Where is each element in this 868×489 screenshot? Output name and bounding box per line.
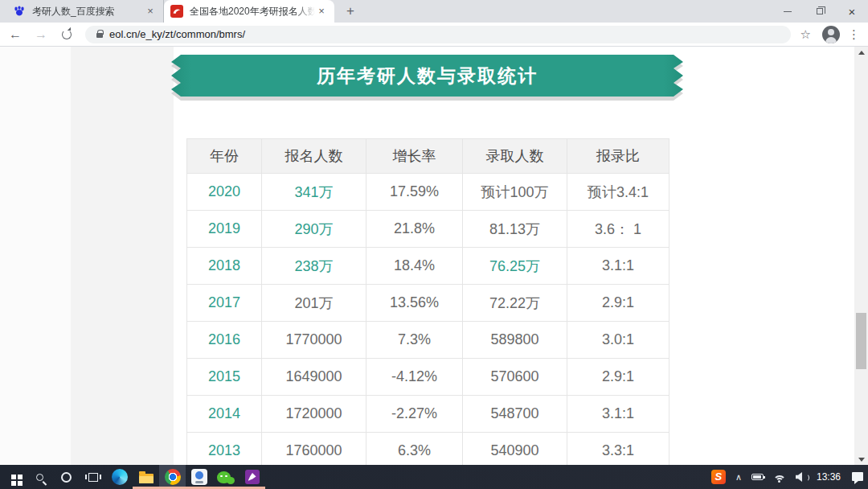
clock[interactable]: 13:36 (810, 471, 847, 483)
browser-menu-icon[interactable]: ⋮ (848, 27, 860, 42)
refresh-button[interactable] (56, 24, 77, 45)
table-cell: 3.0:1 (567, 322, 669, 359)
table-cell: 7.3% (366, 322, 463, 359)
cortana-button[interactable] (53, 465, 80, 489)
table-cell: 3.3:1 (567, 433, 669, 466)
table-cell: 2018 (187, 248, 262, 285)
baidu-favicon (13, 5, 26, 18)
wechat-button[interactable] (212, 465, 239, 489)
close-button[interactable]: × (836, 0, 868, 23)
sogou-input-button[interactable]: S (706, 465, 731, 489)
address-bar[interactable]: eol.cn/e_ky/zt/common/bmrs/ (85, 26, 791, 43)
page-margin-left (0, 47, 71, 465)
table-row: 2020341万17.59%预计100万预计3.4:1 (187, 174, 669, 211)
scrollbar-down-arrow[interactable] (854, 454, 868, 465)
browser-tab-strip: 考研人数_百度搜索 × 全国各地2020年考研报名人数|历 × + × (0, 0, 868, 23)
task-view-icon (88, 473, 98, 482)
file-explorer-button[interactable] (133, 465, 159, 489)
table-cell: 3.6： 1 (567, 211, 669, 248)
table-cell: 18.4% (366, 248, 463, 285)
browser-toolbar: ← → eol.cn/e_ky/zt/common/bmrs/ ☆ ⋮ (0, 23, 868, 47)
table-cell: 1760000 (262, 433, 366, 466)
chevron-up-icon: ∧ (735, 472, 742, 483)
task-view-button[interactable] (80, 465, 106, 489)
tab-baidu-search[interactable]: 考研人数_百度搜索 × (6, 0, 164, 23)
tray-expand-button[interactable]: ∧ (731, 465, 747, 489)
taskbar-search-button[interactable] (27, 465, 53, 489)
table-cell: 81.13万 (463, 211, 567, 248)
back-button[interactable]: ← (5, 24, 26, 45)
forward-button[interactable]: → (31, 24, 51, 45)
table-cell: 548700 (463, 396, 567, 433)
page-scrollbar[interactable] (854, 47, 868, 465)
edge-icon (112, 469, 128, 485)
minimize-button[interactable] (772, 0, 804, 23)
table-cell: 2015 (187, 359, 262, 396)
table-cell: 预计100万 (463, 174, 567, 211)
stats-table: 年份报名人数增长率录取人数报录比 2020341万17.59%预计100万预计3… (186, 138, 669, 465)
desktop-screen: 考研人数_百度搜索 × 全国各地2020年考研报名人数|历 × + × ← → … (0, 0, 868, 489)
ribbon-banner: 历年考研人数与录取统计 (171, 55, 683, 97)
minimize-icon (784, 11, 792, 12)
table-row: 201317600006.3%5409003.3:1 (187, 433, 669, 466)
table-cell: 201万 (262, 285, 366, 322)
speaker-icon (796, 472, 805, 482)
table-head-row: 年份报名人数增长率录取人数报录比 (187, 139, 669, 174)
table-row: 20141720000-2.27%5487003.1:1 (187, 396, 669, 433)
battery-icon (751, 474, 764, 480)
chrome-button[interactable] (159, 465, 186, 489)
ribbon: 历年考研人数与录取统计 (171, 55, 683, 97)
column-header: 报录比 (567, 139, 669, 174)
table-cell: 2013 (187, 433, 262, 466)
volume-button[interactable] (791, 465, 810, 489)
table-cell: 2016 (187, 322, 262, 359)
page-content: 历年考研人数与录取统计 年份报名人数增长率录取人数报录比 2020341万17.… (0, 47, 868, 465)
restore-icon (817, 8, 823, 14)
table-cell: 2020 (187, 174, 262, 211)
table-row: 2019290万21.8%81.13万3.6： 1 (187, 211, 669, 248)
table-cell: 570600 (463, 359, 567, 396)
table-cell: 238万 (262, 248, 366, 285)
url-text[interactable]: eol.cn/e_ky/zt/common/bmrs/ (109, 28, 245, 40)
table-cell: 6.3% (366, 433, 463, 466)
chrome-icon (165, 469, 181, 485)
search-icon (36, 474, 43, 481)
tab-title: 全国各地2020年考研报名人数|历 (190, 5, 315, 18)
table-cell: 13.56% (366, 285, 463, 322)
table-cell: -2.27% (366, 396, 463, 433)
tab-title: 考研人数_百度搜索 (32, 5, 144, 18)
table-cell: 72.22万 (463, 285, 567, 322)
page-title: 历年考研人数与录取统计 (317, 64, 538, 88)
table-row: 201617700007.3%5898003.0:1 (187, 322, 669, 359)
table-cell: 2014 (187, 396, 262, 433)
action-center-button[interactable] (847, 465, 868, 489)
bookmark-star-icon[interactable]: ☆ (800, 27, 811, 42)
table-cell: 341万 (262, 174, 366, 211)
table-cell: 3.1:1 (567, 248, 669, 285)
tab-close-icon[interactable]: × (315, 5, 328, 18)
purple-pen-app-button[interactable] (239, 465, 265, 489)
refresh-icon (62, 30, 72, 39)
scrollbar-up-arrow[interactable] (854, 47, 868, 58)
battery-button[interactable] (747, 465, 768, 489)
table-row: 20151649000-4.12%5706002.9:1 (187, 359, 669, 396)
tab-close-icon[interactable]: × (144, 5, 157, 18)
network-button[interactable] (768, 465, 791, 489)
eol-favicon (170, 5, 183, 18)
camera-app-button[interactable] (186, 465, 212, 489)
scrollbar-thumb[interactable] (856, 313, 866, 369)
edge-button[interactable] (106, 465, 133, 489)
table-cell: 589800 (463, 322, 567, 359)
purple-pen-icon (245, 470, 260, 484)
restore-button[interactable] (804, 0, 836, 23)
table-cell: -4.12% (366, 359, 463, 396)
profile-avatar[interactable] (822, 26, 840, 43)
system-tray: ∧ 13:36 (731, 465, 868, 489)
table-cell: 17.59% (366, 174, 463, 211)
new-tab-button[interactable]: + (341, 2, 360, 22)
table-cell: 1720000 (262, 396, 366, 433)
table-cell: 2.9:1 (567, 359, 669, 396)
table-cell: 1770000 (262, 322, 366, 359)
tab-eol-active[interactable]: 全国各地2020年考研报名人数|历 × (164, 0, 334, 23)
start-button[interactable] (0, 465, 27, 489)
